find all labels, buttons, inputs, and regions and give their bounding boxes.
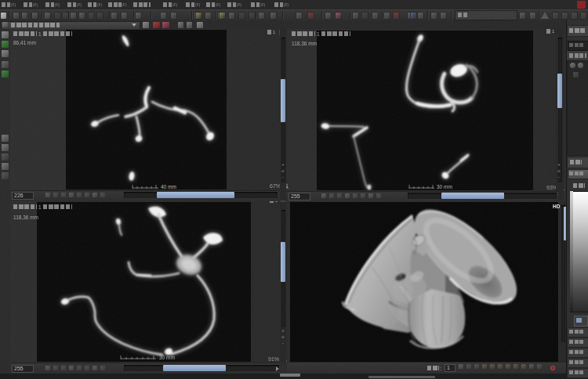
- svg-text:30 mm: 30 mm: [437, 184, 452, 190]
- svg-text:30 mm: 30 mm: [159, 355, 175, 360]
- svg-text:40 mm: 40 mm: [161, 184, 176, 190]
